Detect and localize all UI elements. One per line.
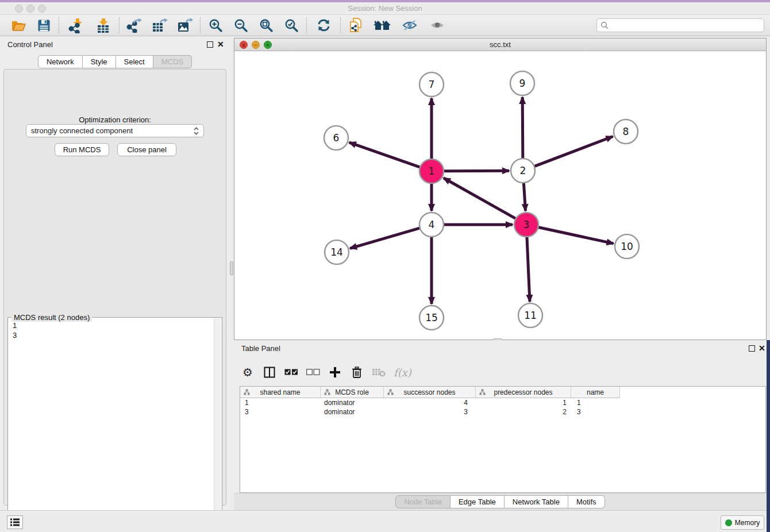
delete-table-button[interactable] — [372, 365, 386, 380]
save-session-button[interactable] — [31, 16, 56, 34]
clone-network-button[interactable] — [343, 16, 368, 34]
graph-edge-2-3[interactable] — [523, 183, 525, 211]
checked-boxes-icon — [284, 369, 298, 376]
network-graph[interactable]: 7968124314101511 — [234, 51, 766, 340]
import-network-button[interactable] — [61, 16, 89, 34]
graph-edge-1-6[interactable] — [349, 142, 421, 167]
toolbar-separator — [119, 17, 120, 33]
show-hidden-button[interactable] — [424, 16, 451, 34]
search-input[interactable] — [611, 20, 760, 31]
column-header-predecessor-nodes[interactable]: predecessor nodes — [476, 387, 571, 398]
table-header-row: shared nameMCDS rolesuccessor nodesprede… — [240, 387, 765, 398]
table-cell[interactable]: 3 — [571, 407, 620, 417]
column-header-MCDS-role[interactable]: MCDS role — [321, 387, 384, 398]
list-icon — [10, 518, 20, 526]
zoom-out-icon — [234, 18, 248, 33]
plus-icon — [329, 367, 341, 378]
node-table[interactable]: shared nameMCDS rolesuccessor nodesprede… — [240, 386, 766, 493]
control-panel-header: Control Panel ✕ — [0, 36, 230, 52]
delete-columns-button[interactable] — [350, 365, 364, 380]
tab-network-table[interactable]: Network Table — [505, 495, 568, 508]
table-cell[interactable]: 1 — [476, 398, 571, 407]
graph-edge-2-8[interactable] — [534, 137, 613, 167]
vertical-splitter-handle[interactable] — [230, 261, 233, 275]
window-minimize-button[interactable] — [26, 5, 34, 13]
control-panel-tabs: NetworkStyleSelectMCDS — [0, 55, 230, 68]
unchecked-boxes-icon — [306, 369, 320, 376]
task-history-button[interactable] — [7, 515, 23, 529]
export-network-button[interactable] — [122, 16, 147, 34]
export-image-button[interactable] — [172, 16, 198, 34]
graph-edge-2-9[interactable] — [522, 97, 523, 159]
tab-mcds[interactable]: MCDS — [153, 55, 192, 68]
toolbar-separator — [59, 17, 59, 33]
result-scrollbar[interactable] — [214, 318, 221, 532]
import-table-button[interactable] — [89, 16, 117, 34]
table-cell[interactable]: 1 — [571, 398, 620, 407]
zoom-out-button[interactable] — [228, 16, 253, 34]
memory-button[interactable]: Memory — [721, 515, 764, 530]
graph-node-label: 4 — [429, 219, 435, 230]
float-panel-icon[interactable] — [207, 41, 213, 48]
close-table-panel-icon[interactable]: ✕ — [759, 344, 765, 353]
tab-motifs[interactable]: Motifs — [568, 495, 605, 508]
eye-slash-icon — [402, 19, 418, 32]
network-view-window: x − + scc.txt 7968124314101511 — [234, 38, 767, 340]
column-header-successor-nodes[interactable]: successor nodes — [384, 387, 476, 398]
float-table-panel-icon[interactable] — [749, 345, 755, 352]
table-cell[interactable]: 3 — [240, 407, 321, 417]
import-table-icon — [95, 18, 111, 33]
memory-label: Memory — [735, 519, 760, 527]
table-row[interactable]: 3dominator323 — [240, 407, 765, 417]
table-cell[interactable]: 3 — [384, 407, 476, 417]
refresh-network-button[interactable] — [309, 16, 338, 34]
export-table-button[interactable] — [147, 16, 172, 34]
table-cell[interactable]: 1 — [240, 398, 321, 407]
criterion-dropdown[interactable]: strongly connected component — [26, 124, 204, 137]
network-window-titlebar[interactable]: x − + scc.txt — [234, 38, 766, 51]
dropdown-arrows-icon — [194, 127, 199, 135]
save-floppy-icon — [37, 19, 51, 32]
select-all-columns-button[interactable] — [284, 365, 298, 380]
table-panel-header: Table Panel ✕ — [234, 340, 767, 356]
toolbar-separator — [200, 17, 201, 33]
column-header-shared-name[interactable]: shared name — [240, 387, 321, 398]
add-column-button[interactable] — [328, 365, 342, 380]
tab-select[interactable]: Select — [116, 55, 153, 68]
open-session-button[interactable] — [6, 16, 31, 34]
window-close-button[interactable] — [15, 5, 23, 13]
hide-selected-button[interactable] — [396, 16, 424, 34]
graph-edge-1-2[interactable] — [444, 171, 509, 171]
tab-style[interactable]: Style — [83, 55, 116, 68]
tab-edge-table[interactable]: Edge Table — [451, 495, 505, 508]
function-builder-button[interactable]: f(x) — [394, 365, 411, 380]
table-row[interactable]: 1dominator411 — [240, 398, 765, 407]
graph-edge-3-11[interactable] — [527, 237, 530, 302]
show-columns-button[interactable] — [263, 365, 276, 380]
tab-node-table[interactable]: Node Table — [395, 495, 451, 508]
network-canvas[interactable]: 7968124314101511 — [234, 51, 766, 340]
table-cell[interactable]: 2 — [476, 407, 571, 417]
mcds-result-list[interactable]: 13 — [9, 319, 213, 532]
app-titlebar: Session: New Session — [0, 2, 770, 15]
graph-edge-3-10[interactable] — [538, 227, 614, 243]
table-cell[interactable]: 4 — [384, 398, 476, 407]
zoom-in-button[interactable] — [203, 16, 228, 34]
column-header-name[interactable]: name — [571, 387, 620, 398]
graph-edge-4-14[interactable] — [350, 228, 420, 248]
window-zoom-button[interactable] — [38, 5, 46, 13]
close-panel-button[interactable]: Close panel — [117, 143, 176, 156]
search-field[interactable] — [596, 18, 764, 32]
table-cell[interactable]: dominator — [321, 398, 384, 407]
close-panel-icon[interactable]: ✕ — [217, 40, 224, 49]
table-settings-button[interactable]: ⚙ — [241, 365, 255, 380]
graph-edge-3-1[interactable] — [444, 178, 516, 219]
unselect-all-columns-button[interactable] — [306, 365, 320, 380]
zoom-selected-button[interactable] — [279, 16, 304, 34]
show-networks-overview-button[interactable] — [368, 16, 396, 34]
table-cell[interactable]: dominator — [321, 407, 384, 417]
run-mcds-button[interactable]: Run MCDS — [55, 143, 109, 156]
zoom-fit-button[interactable] — [253, 16, 279, 34]
tab-network[interactable]: Network — [38, 55, 83, 68]
eye-icon — [429, 19, 445, 32]
